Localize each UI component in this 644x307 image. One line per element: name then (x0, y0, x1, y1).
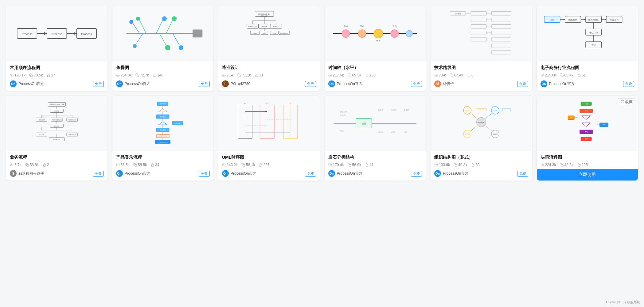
card-12[interactable]: 开始 节点 分支 决策 执行 结束 ♡ 收 (537, 96, 638, 181)
svg-point-15 (136, 17, 140, 21)
author-5: 析 析忻忻 (434, 80, 454, 87)
card-title-1: 常用顺序流程图 (10, 65, 104, 71)
svg-point-187 (330, 165, 330, 165)
card-5[interactable]: 技术路线 技术路线图 (431, 6, 532, 91)
copies-stat: 58.5k (133, 163, 147, 167)
svg-text:轻松检 分析: 轻松检 分析 (53, 139, 60, 140)
svg-rect-73 (471, 37, 486, 41)
card-8[interactable]: 登录请求 身份验证 验证失败 进入系统 输入用户名密码 登录成功跳转 (112, 96, 214, 181)
svg-text:参数设计: 参数设计 (273, 25, 279, 27)
svg-text:A: A (244, 102, 245, 104)
card-4[interactable]: 节点 节点 节点 节点 时间轴（水平） 217.6k 69.3k (325, 6, 426, 91)
card-stats-6: 215.6k 60.4k 61 (541, 73, 634, 77)
svg-text:登录成功跳转到主页: 登录成功跳转到主页 (157, 142, 168, 143)
author-name-3: PO_a42789 (231, 82, 250, 86)
card-footer-9: On ProcessOn官方 免费 (222, 170, 316, 177)
svg-text:节点: 节点 (360, 25, 364, 28)
card-footer-1: On ProcessOn官方 免费 (10, 80, 104, 87)
card-body-1: 常用顺序流程图 120.1k 73.5k 17 On Proces (6, 61, 107, 91)
svg-text:Process: Process (51, 33, 62, 36)
views-stat: 215.6k (541, 73, 556, 77)
svg-text:变质岩: 变质岩 (404, 109, 409, 111)
svg-text:加入购物车: 加入购物车 (588, 18, 599, 21)
card-stats-3: 7.5k 71.1k 11 (222, 73, 316, 77)
card-title-11: 组织结构图（花式） (434, 155, 528, 160)
watermark: CSDN @一洽客服系统 (606, 300, 640, 305)
author-avatar-3: P (222, 80, 229, 87)
svg-text:按成因: 按成因 (340, 114, 345, 116)
svg-line-201 (471, 126, 477, 131)
svg-text:工艺部: 工艺部 (465, 133, 470, 135)
svg-rect-207 (502, 108, 510, 111)
use-button[interactable]: 立即使用 (537, 169, 638, 181)
svg-text:开始: 开始 (550, 18, 554, 21)
card-footer-6: On ProcessOn官方 免费 (541, 80, 634, 87)
svg-point-208 (436, 165, 437, 165)
card-footer-2: On ProcessOn官方 免费 (116, 80, 210, 87)
copies-stat: 60.4k (560, 73, 573, 77)
badge-free-2: 免费 (199, 81, 210, 87)
svg-text:B: B (266, 102, 267, 104)
card-stats-5: 7.6k 67.4k 8 (434, 73, 528, 77)
svg-rect-166 (283, 105, 297, 139)
card-10[interactable]: 岩石 岩石分类 按成因 特征 岩浆岩 沉积岩 变质岩 成因1 成因2 成因3 岩… (325, 96, 426, 181)
card-2[interactable]: 鱼骨图 254.0k 72.7k 140 On ProcessOn (112, 6, 214, 91)
author-name-4: ProcessOn官方 (337, 81, 362, 87)
card-11[interactable]: 组织结构 设计部 运营部 工艺部 初期部 东北一套 (431, 96, 532, 181)
author-name-1: ProcessOn官方 (18, 81, 44, 87)
card-title-10: 岩石分类结构 (328, 155, 422, 160)
copies-stat: 72.7k (135, 73, 149, 77)
svg-rect-160 (238, 105, 252, 139)
author-avatar-9: On (222, 170, 229, 177)
svg-line-14 (140, 20, 146, 33)
svg-point-57 (374, 29, 383, 38)
svg-text:节点: 节点 (392, 25, 397, 28)
author-4: On ProcessOn官方 (328, 80, 362, 87)
svg-point-52 (224, 75, 224, 76)
card-7[interactable]: 初始条件设定内容输入设备 发送消息 一般规范符号 中文双位图圆参数 数据处理参数… (6, 96, 107, 181)
svg-rect-78 (492, 12, 511, 16)
collect-button[interactable]: ♡ 收藏 (618, 98, 635, 106)
svg-point-19 (172, 16, 177, 21)
svg-point-25 (179, 45, 183, 50)
likes-stat: 61 (577, 73, 586, 77)
svg-rect-163 (260, 105, 274, 139)
svg-text:岩石: 岩石 (362, 122, 366, 125)
card-grid: Process Process Process 常用顺序流程图 120.1k (6, 6, 638, 181)
svg-line-22 (159, 33, 166, 45)
svg-text:去分析: 去分析 (272, 33, 276, 34)
views-stat: 5.7k (10, 163, 21, 167)
author-10: On ProcessOn官方 (328, 170, 362, 177)
card-1[interactable]: Process Process Process 常用顺序流程图 120.1k (6, 6, 107, 91)
card-preview-3: 回归性能改善算法 解决方案 基子超导方法 量子信号 参数设计 小实验室 R因子 (218, 6, 320, 61)
svg-text:沉积岩: 沉积岩 (391, 109, 396, 111)
likes-stat: 125 (577, 163, 588, 167)
card-preview-8: 登录请求 身份验证 验证失败 进入系统 输入用户名密码 登录成功跳转 (112, 96, 214, 151)
svg-point-56 (358, 30, 366, 37)
card-9[interactable]: A B C UML时序图 143.2k (218, 96, 320, 181)
copies-stat: 73.5k (29, 73, 43, 77)
copies-stat: 71.1k (237, 73, 251, 77)
badge-free-7: 免费 (93, 171, 104, 177)
svg-text:运营部: 运营部 (493, 110, 498, 111)
author-avatar-7: S (10, 170, 17, 177)
svg-text:结算支付: 结算支付 (610, 18, 619, 21)
card-title-12: 决策流程图 (541, 155, 634, 160)
views-stat: 224.3k (541, 163, 556, 167)
likes-stat: 227 (259, 163, 269, 167)
card-body-11: 组织结构图（花式） 133.6k 49.8k 30 On Proc (431, 151, 532, 181)
svg-text:设计部: 设计部 (465, 110, 470, 111)
svg-rect-136 (26, 165, 29, 167)
svg-text:Process: Process (81, 33, 92, 36)
svg-text:东北一套: 东北一套 (479, 109, 484, 111)
svg-line-24 (173, 33, 180, 45)
author-avatar-1: On (10, 80, 17, 87)
card-3[interactable]: 回归性能改善算法 解决方案 基子超导方法 量子信号 参数设计 小实验室 R因子 (218, 6, 320, 91)
likes-stat: 140 (153, 73, 163, 77)
card-stats-4: 217.6k 69.3k 203 (328, 73, 422, 77)
card-6[interactable]: 开始 浏览商品 加入购物车 结算支付 确认订单 完成 电子商务 (537, 6, 638, 91)
svg-line-18 (166, 20, 173, 33)
card-body-9: UML时序图 143.2k 58.1k 227 On Proces (218, 151, 320, 181)
svg-text:R因子: R因子 (263, 33, 266, 34)
svg-point-59 (406, 30, 412, 37)
